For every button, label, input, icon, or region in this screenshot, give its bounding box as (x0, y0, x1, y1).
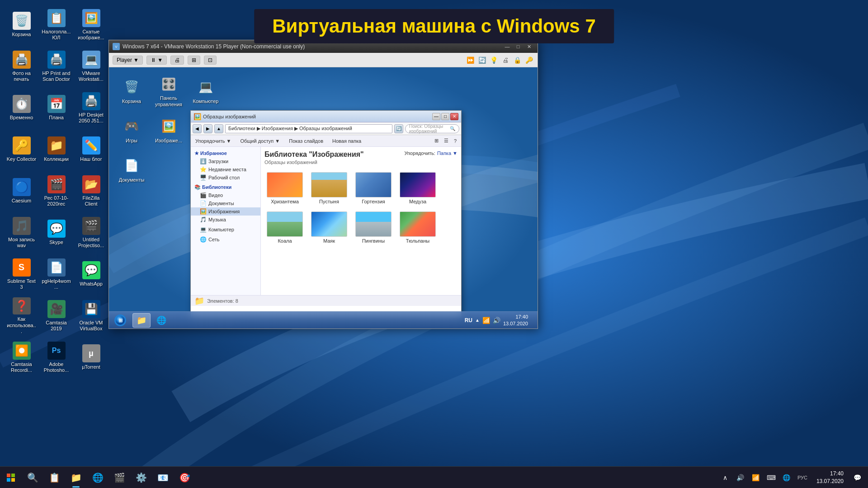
sidebar-item-computer[interactable]: 💻 Компьютер (191, 225, 260, 234)
file-desert[interactable]: Пустыня (309, 170, 349, 206)
win7-clock[interactable]: 17:40 13.07.2020 (503, 314, 528, 327)
print-btn[interactable]: 🖨 (170, 56, 184, 65)
share-btn[interactable]: Общий доступ ▼ (238, 137, 282, 145)
desktop-icon-camtasia-rec[interactable]: ⏺️ Camtasia Recordi... (5, 337, 38, 378)
win10-camtasia-icon[interactable]: 🎬 (108, 467, 130, 488)
back-button[interactable]: ◀ (193, 124, 202, 133)
win7-start-button[interactable]: ⊞ (109, 312, 132, 329)
desktop-icon-skatye[interactable]: 🖼️ Скатые изображе... (74, 5, 108, 45)
win7-arrow-icon[interactable]: ▲ (475, 318, 480, 323)
win10-clock[interactable]: 17:40 13.07.2020 (811, 470, 849, 485)
desktop-icon-vremenno[interactable]: ⏱️ Временно (5, 88, 38, 128)
vmware-icon-3[interactable]: 💡 (489, 55, 499, 65)
help-btn[interactable]: ? (452, 137, 458, 145)
sidebar-item-images[interactable]: 🖼️ Изображения (191, 207, 260, 216)
vm-icon-kompyuter[interactable]: 💻 Компьютер (188, 72, 224, 110)
desktop-icon-moya-zapas[interactable]: 🎵 Моя запись wav (5, 212, 38, 253)
file-hydrangea[interactable]: Гортензия (353, 170, 394, 206)
view-btn-1[interactable]: ⊞ (433, 137, 440, 145)
sidebar-item-documents[interactable]: 📄 Документы (191, 199, 260, 207)
fit-btn[interactable]: ⊞ (188, 56, 200, 65)
refresh-button[interactable]: 🔄 (394, 124, 403, 133)
view-btn-2[interactable]: ☰ (442, 137, 450, 145)
vm-icon-panel[interactable]: 🎛️ Панель управления (151, 72, 187, 110)
desktop-icon-skype[interactable]: 💬 Skype (39, 212, 73, 253)
vmware-icon-1[interactable]: ⏩ (465, 55, 475, 65)
sidebar-item-music[interactable]: 🎵 Музыка (191, 216, 260, 224)
desktop-icon-nalog[interactable]: 📋 Налогопла... ЮЛ (39, 5, 73, 45)
desktop-icon-rec[interactable]: 🎬 Рес 07-10-2020rec (39, 171, 73, 211)
win10-search-icon[interactable]: 🔍 (22, 467, 43, 488)
vm-icon-izobrazh[interactable]: 🖼️ Изображе... (151, 111, 187, 150)
vm-icon-korzina[interactable]: 🗑️ Корзина (113, 72, 150, 110)
desktop-icon-sublime[interactable]: S Sublime Text 3 (5, 254, 38, 295)
win7-network-icon[interactable]: 📶 (482, 317, 490, 324)
systray-keyboard[interactable]: ⌨ (764, 470, 778, 485)
player-button[interactable]: Player ▼ (113, 56, 143, 65)
sidebar-item-recent[interactable]: ⭐ Недавние места (191, 165, 260, 174)
slideshow-btn[interactable]: Показ слайдов (287, 137, 325, 145)
systray-globe[interactable]: 🌐 (779, 470, 794, 485)
sort-value[interactable]: Папка ▼ (437, 150, 458, 156)
fullscreen-btn[interactable]: ⊡ (204, 56, 217, 65)
desktop-icon-untitled[interactable]: 🎬 Untitled Projectiso... (74, 212, 108, 253)
win7-taskbar-browser[interactable]: 🌐 (152, 313, 170, 328)
win7-sound-icon[interactable]: 🔊 (493, 317, 500, 324)
win7-taskbar-explorer[interactable]: 📁 (132, 313, 151, 328)
win10-explorer-icon[interactable]: 📁 (65, 467, 87, 488)
organize-btn[interactable]: Упорядочить ▼ (193, 137, 233, 145)
win10-browser-icon[interactable]: 🌐 (87, 467, 108, 488)
new-folder-btn[interactable]: Новая папка (330, 137, 363, 145)
sidebar-item-downloads[interactable]: ⬇️ Загрузки (191, 157, 260, 165)
explorer-close-btn[interactable]: ✕ (450, 113, 458, 120)
desktop-icon-foto[interactable]: 🖨️ Фото на печать (5, 46, 38, 87)
desktop-icon-plana[interactable]: 📅 Плана (39, 88, 73, 128)
file-penguins[interactable]: Пингвины (353, 210, 394, 245)
forward-button[interactable]: ▶ (203, 124, 212, 133)
vmware-maximize-btn[interactable]: □ (513, 42, 523, 51)
sidebar-item-video[interactable]: 🎬 Видео (191, 191, 260, 199)
vm-icon-igry[interactable]: 🎮 Игры (113, 111, 150, 150)
systray-sound[interactable]: 🔊 (733, 470, 748, 485)
explorer-minimize-btn[interactable]: — (432, 113, 440, 120)
sidebar-item-network[interactable]: 🌐 Сеть (191, 235, 260, 244)
win10-start-button[interactable] (0, 467, 22, 488)
win10-taskview-icon[interactable]: 📋 (43, 467, 65, 488)
up-button[interactable]: ▲ (214, 124, 223, 133)
vmware-minimize-btn[interactable]: — (502, 42, 512, 51)
win10-extra-icon[interactable]: 🎯 (174, 467, 195, 488)
desktop-icon-vmware[interactable]: 💻 VMware Workstati... (74, 46, 108, 87)
vmware-close-btn[interactable]: ✕ (524, 42, 534, 51)
systray-arrow[interactable]: ∧ (718, 470, 732, 485)
file-koala[interactable]: Коала (264, 210, 305, 245)
search-box[interactable]: Поиск: Образцы изображений 🔍 (405, 124, 459, 133)
win10-settings-icon[interactable]: ⚙️ (130, 467, 152, 488)
vmware-icon-5[interactable]: 🔒 (512, 55, 522, 65)
explorer-maximize-btn[interactable]: □ (441, 113, 449, 120)
vmware-icon-4[interactable]: 🖨 (500, 55, 510, 65)
desktop-icon-kak[interactable]: ❓ Как использова... (5, 296, 38, 336)
vmware-icon-6[interactable]: 🔑 (524, 55, 534, 65)
desktop-icon-key-collector[interactable]: 🔑 Key Collector (5, 129, 38, 170)
desktop-icon-oracle-vbox[interactable]: 💾 Oracle VM VirtualBox (74, 296, 108, 336)
desktop-icon-whatsapp[interactable]: 💬 WhatsApp (74, 254, 108, 295)
file-chrysanthemum[interactable]: Хризантема (264, 170, 305, 206)
win10-notification-btn[interactable]: 💬 (850, 467, 864, 488)
pause-button[interactable]: ⏸ ▼ (146, 56, 167, 65)
win10-mail-icon[interactable]: 📧 (152, 467, 174, 488)
win10-lang-indicator[interactable]: РУС (795, 475, 810, 480)
desktop-icon-hp-deskjet2[interactable]: 🖨️ HP Deskjet 2050 J51... (74, 88, 108, 128)
desktop-icon-korzina[interactable]: 🗑️ Корзина (5, 5, 38, 45)
desktop-icon-camtasia2019[interactable]: 🎥 Camtasia 2019 (39, 296, 73, 336)
vm-icon-dokumenty[interactable]: 📄 Документы (113, 150, 150, 189)
desktop-icon-caesium[interactable]: 🔵 Caesium (5, 171, 38, 211)
sidebar-item-desktop[interactable]: 🖥️ Рабочий стол (191, 174, 260, 182)
systray-network[interactable]: 📶 (749, 470, 763, 485)
file-tulips[interactable]: Тюльпаны (397, 210, 438, 245)
file-jellyfish[interactable]: Медуза (397, 170, 438, 206)
desktop-icon-filezilla[interactable]: 📂 FileZilla Client (74, 171, 108, 211)
desktop-icon-adobe-ps[interactable]: Ps Adobe Photosho... (39, 337, 73, 378)
file-lighthouse[interactable]: Маяк (309, 210, 349, 245)
address-breadcrumb[interactable]: Библиотеки ▶ Изображения ▶ Образцы изобр… (225, 124, 392, 133)
desktop-icon-utorrent[interactable]: µ µTorrent (74, 337, 108, 378)
